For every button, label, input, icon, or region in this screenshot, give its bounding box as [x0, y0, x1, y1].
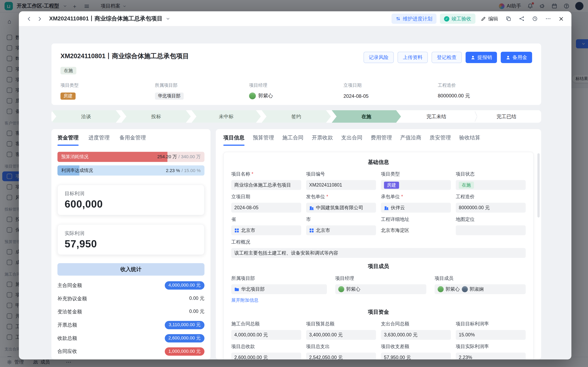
funds-panel-tabs: 资金管理 进度管理 备用金管理: [57, 134, 205, 146]
fund-row-label: 收款总额: [57, 335, 77, 342]
field-value-box[interactable]: 伙伴云: [381, 203, 451, 212]
tab[interactable]: 项目信息: [223, 134, 245, 146]
field-value-box[interactable]: 57,950.00 元: [381, 353, 451, 359]
project-overview-card: XM2024110801丨商业综合体施工总承包项目 记录风险: [51, 43, 541, 105]
actual-profit-card: 实际利润 57,950: [57, 224, 205, 255]
close-icon[interactable]: [556, 14, 566, 24]
form-field: 项目总收款 2,600,000.00 元: [231, 343, 301, 359]
form-field: 项目实际利润率 2.23%: [456, 343, 526, 359]
stage-step[interactable]: 完工未结: [402, 110, 471, 123]
stage-step[interactable]: 未中标: [192, 110, 261, 123]
avatar: [338, 286, 344, 292]
field-value-box[interactable]: [456, 225, 526, 235]
field-value-box[interactable]: 郭紫心: [335, 284, 426, 294]
overview-field-label: 所属项目部: [155, 82, 249, 89]
tab[interactable]: 备用金管理: [119, 134, 146, 146]
field-label: 发包单位: [306, 194, 376, 200]
field-value-box[interactable]: 华北项目部: [231, 284, 327, 294]
overview-action-button[interactable]: 提报销: [466, 52, 497, 63]
expand-extra-info-link[interactable]: 展开附加信息: [231, 297, 258, 303]
overview-action-button[interactable]: 备用金: [501, 52, 532, 63]
tab[interactable]: 验收结算: [459, 134, 480, 146]
next-record-button[interactable]: [35, 14, 44, 24]
field-value-box[interactable]: XM2024110801: [306, 180, 376, 190]
tab[interactable]: 施工合同: [282, 134, 304, 146]
more-icon[interactable]: [543, 14, 553, 24]
income-statistics-button[interactable]: 收入统计: [57, 263, 205, 275]
field-value-box[interactable]: 北京市海淀区: [381, 225, 451, 235]
field-value-box[interactable]: 中国建筑集团有限公司: [306, 203, 376, 212]
form-field: 工程造价 8000000.00 元: [456, 194, 526, 212]
stage-step[interactable]: 洽谈: [51, 110, 121, 123]
completion-acceptance-button[interactable]: 竣工验收: [440, 14, 475, 24]
field-value-box[interactable]: 商业综合体施工总承包项目: [231, 180, 301, 190]
form-field: 项目编号 XM2024110801: [306, 171, 376, 190]
field-value-box[interactable]: 3,630,000.00 元: [381, 330, 451, 340]
overview-action-button[interactable]: 上传资料: [398, 52, 428, 63]
modal-body: XM2024110801丨商业综合体施工总承包项目 记录风险: [19, 26, 571, 359]
budget-consumption-bar: 预算消耗情况 254.20 万 / 340.00 万: [57, 152, 205, 162]
field-value-box[interactable]: 该工程主要包括土建工程、设备安装和调试等内容: [231, 248, 526, 258]
person-icon: [470, 55, 475, 60]
history-clock-icon[interactable]: [530, 14, 540, 24]
field-value-box[interactable]: 2,542,050.00 元: [306, 353, 376, 359]
field-value-box[interactable]: 3,400,000.00 元: [306, 330, 376, 340]
project-info-tabs: 项目信息 预算管理 施工合同 开票收款 支出合同 费用管理 产值洽商 质安管理: [223, 134, 534, 146]
overview-action-button[interactable]: 登记检查: [432, 52, 462, 63]
field-value-box[interactable]: 2024-08-05: [231, 203, 301, 212]
field-value-box[interactable]: 15.00%: [456, 330, 526, 340]
tab[interactable]: 进度管理: [88, 134, 110, 146]
field-label: 项目收支差额: [381, 343, 451, 350]
edit-button[interactable]: 编辑: [481, 15, 498, 22]
field-value-box[interactable]: 北京市: [231, 225, 301, 235]
tab[interactable]: 产值洽商: [400, 134, 421, 146]
stage-step[interactable]: 在施: [332, 110, 401, 123]
tab[interactable]: 资金管理: [57, 134, 79, 146]
prev-record-button[interactable]: [24, 14, 34, 24]
field-value-box[interactable]: 在施: [456, 180, 526, 190]
tab[interactable]: 支出合同: [341, 134, 362, 146]
field-label: 工程详细地址: [381, 216, 451, 223]
field-value: 北京市海淀区: [381, 227, 409, 234]
field-label: 立项日期: [231, 194, 301, 200]
stage-step[interactable]: 投标: [122, 110, 191, 123]
field-label: 项目预算总额: [306, 321, 376, 327]
field-value-box[interactable]: 8000000.00 元: [456, 203, 526, 212]
members-field: 项目成员 郭紫心 郭淑娴: [435, 275, 526, 303]
profit-bar-value: 2.23 %: [166, 168, 180, 173]
tab[interactable]: 开票收款: [312, 134, 333, 146]
field-value: 2024-08-05: [234, 205, 258, 210]
field-value-box[interactable]: 北京市: [306, 225, 376, 235]
stage-step[interactable]: 完工已结: [472, 110, 541, 123]
form-field: 承包单位 伙伴云: [381, 194, 451, 212]
field-value-box[interactable]: 郭紫心 郭淑娴: [435, 284, 526, 294]
funds-fields-grid: 施工合同总额 4,000,000.00 元 项目预算总额 3,400,000.0…: [231, 321, 526, 359]
maintain-schedule-button[interactable]: 维护进度计划: [392, 14, 436, 24]
tab[interactable]: 费用管理: [371, 134, 392, 146]
project-stage-stepper: 洽谈 投标 未中标 签约 在施 完工未结 完工已结: [51, 110, 541, 123]
share-icon[interactable]: [517, 14, 527, 24]
copy-icon[interactable]: [503, 14, 513, 24]
section-title-members: 项目成员: [231, 263, 526, 270]
field-value-box[interactable]: 2.23%: [456, 353, 526, 359]
overview-field-value: 华北项目部: [155, 92, 184, 100]
field-value-box[interactable]: 2,600,000.00 元: [231, 353, 301, 359]
overview-action-button[interactable]: 记录风险: [364, 52, 394, 63]
tab[interactable]: 质安管理: [430, 134, 451, 146]
field-value-box[interactable]: 房建: [381, 180, 451, 190]
tab[interactable]: 预算管理: [253, 134, 274, 146]
fund-rows: 主合同金额 4,000,000.00 元 补充协议金额 0.00 元 变洽签金额…: [57, 279, 205, 358]
form-field: 项目状态 在施: [456, 171, 526, 190]
fund-row-label: 变洽签金额: [57, 308, 82, 315]
field-value: 在施: [459, 182, 474, 189]
chevron-down-icon[interactable]: [166, 17, 170, 21]
field-value: 北京市: [241, 227, 255, 234]
overview-field-value: 郭紫心: [258, 92, 273, 99]
scrollbar-thumb[interactable]: [537, 153, 540, 217]
form-field: 项目总支出 2,542,050.00 元: [306, 343, 376, 359]
field-value-box[interactable]: 4,000,000.00 元: [231, 330, 301, 340]
stage-step[interactable]: 签约: [262, 110, 331, 123]
avatar: [249, 92, 256, 99]
fund-row: 合同应收 1,000,000.00 元: [57, 345, 205, 358]
region-grid-icon: [234, 228, 239, 233]
